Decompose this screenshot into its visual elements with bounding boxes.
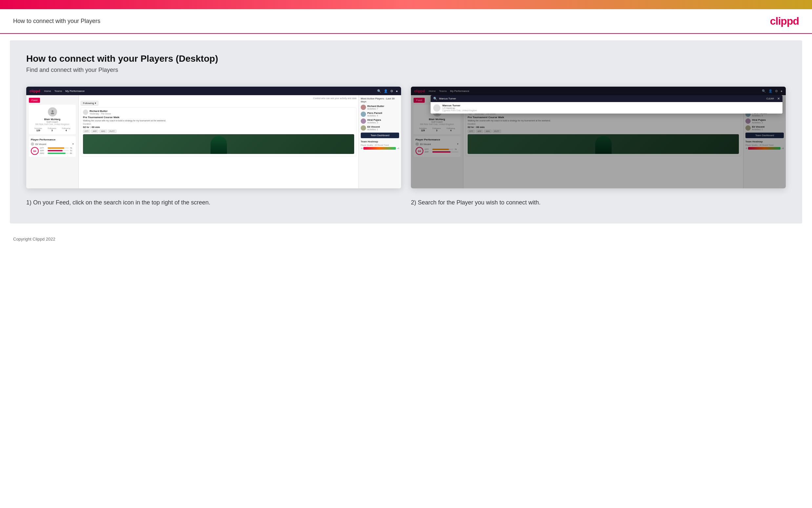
player-item-4: Eli Vincent Activities: 1 <box>361 125 399 131</box>
settings-icon-2[interactable]: ⚙ <box>775 89 778 93</box>
mini-nav-home-1: Home <box>44 90 51 92</box>
avatar-icon-1[interactable]: ● <box>396 89 398 93</box>
mini-right-panel-1: Most Active Players - Last 30 days Richa… <box>359 95 401 188</box>
player-item-2: Piers Parnell Activities: 4 <box>361 112 399 117</box>
mini-activity-card-1: Richard Butler Yesterday - The Grove Pre… <box>81 107 356 156</box>
screenshot-panel-1: clippd Home Teams My Performance 🔍 👤 ⚙ ● <box>26 87 401 210</box>
search-icon-overlay: 🔍 <box>433 97 437 100</box>
top-gradient-bar <box>0 0 812 9</box>
search-result-item-2[interactable]: Marcus Turner 1-5 Handicap Cypress Point… <box>431 102 782 114</box>
mini-main-1: Control who can see your activity and da… <box>79 95 359 188</box>
main-content: How to connect with your Players (Deskto… <box>10 40 802 223</box>
mini-profile-card-1: Blair McHarg Golf Coach Mill Ride Golf C… <box>29 105 76 134</box>
screenshot-frame-2: clippd Home Teams My Performance 🔍 👤 ⚙ ● <box>411 87 786 188</box>
user-icon-2[interactable]: 👤 <box>768 89 772 93</box>
mini-nav-links-1: Home Teams My Performance <box>44 90 85 92</box>
mini-nav-myperformance-2: My Performance <box>450 90 469 92</box>
screenshots-container: clippd Home Teams My Performance 🔍 👤 ⚙ ● <box>26 87 786 210</box>
search-icon-2[interactable]: 🔍 <box>762 89 766 93</box>
search-icon-1[interactable]: 🔍 <box>377 89 381 93</box>
following-selector-1: Following ▾ <box>81 101 356 106</box>
mini-nav-icons-2: 🔍 👤 ⚙ ● <box>762 89 782 93</box>
player-select-avatar-1 <box>31 142 34 146</box>
result-info-2: Marcus Turner 1-5 Handicap Cypress Point… <box>442 104 780 112</box>
activity-avatar-1 <box>83 110 88 115</box>
main-subheading: Find and connect with your Players <box>26 67 786 74</box>
copyright-text: Copyright Clippd 2022 <box>13 237 55 242</box>
settings-icon-1[interactable]: ⚙ <box>390 89 393 93</box>
mini-nav-1: clippd Home Teams My Performance 🔍 👤 ⚙ ● <box>26 87 401 95</box>
step-text-1: 1) On your Feed, click on the search ico… <box>26 195 401 210</box>
mini-sidebar-1: Feed Blair McHarg Golf Coach Mill Ride G… <box>26 95 79 188</box>
control-link-1: Control who can see your activity and da… <box>81 97 356 99</box>
search-overlay-2: 🔍 Marcus Turner CLEAR ✕ Marcus Turner 1-… <box>431 95 782 114</box>
team-dashboard-btn-1[interactable]: Team Dashboard <box>361 133 399 138</box>
search-clear-btn-2[interactable]: CLEAR <box>766 97 774 100</box>
mini-nav-home-2: Home <box>429 90 435 92</box>
svg-point-1 <box>51 113 54 114</box>
svg-point-0 <box>51 110 53 112</box>
mini-quality-row-1: 84 OTT 79 APP <box>31 147 74 155</box>
mini-nav-teams-2: Teams <box>439 90 447 92</box>
mini-profile-stats-1: Activities 129 Followers 3 Following <box>32 127 73 132</box>
main-heading: How to connect with your Players (Deskto… <box>26 53 786 64</box>
mini-avatar-1 <box>48 107 57 117</box>
search-bar-2: 🔍 Marcus Turner CLEAR ✕ <box>431 95 782 102</box>
mini-feed-area-1: Control who can see your activity and da… <box>79 95 359 188</box>
mini-nav-myperformance-1: My Performance <box>65 90 85 92</box>
step-text-2: 2) Search for the Player you wish to con… <box>411 195 786 210</box>
player-item-3: Hiral Pujara Activities: 3 <box>361 119 399 124</box>
mini-select-row-1: Eli Vincent ▾ <box>31 142 74 146</box>
mini-feed-tab-1: Feed <box>29 98 40 103</box>
player-item-1: Richard Butler Activities: 7 <box>361 105 399 110</box>
mini-bars-1: OTT 79 APP 70 <box>40 147 74 155</box>
close-icon-2[interactable]: ✕ <box>777 97 780 100</box>
mini-activity-card-2: Richard Butler Yesterday - The Grove Pre… <box>465 107 741 156</box>
mini-score-1: 84 <box>31 147 39 155</box>
mini-logo-2: clippd <box>414 89 425 93</box>
mini-perf-title-1: Player Performance <box>31 138 74 141</box>
mini-nav-icons-1: 🔍 👤 ⚙ ● <box>377 89 398 93</box>
screenshot-panel-2: clippd Home Teams My Performance 🔍 👤 ⚙ ● <box>411 87 786 210</box>
activity-tags-1: OTT APP ARG PUTT <box>83 130 354 133</box>
logo: clippd <box>770 15 799 27</box>
screenshot-frame-1: clippd Home Teams My Performance 🔍 👤 ⚙ ● <box>26 87 401 188</box>
mini-nav-teams-1: Teams <box>54 90 62 92</box>
mini-logo-1: clippd <box>30 89 40 93</box>
page-title: How to connect with your Players <box>13 18 100 25</box>
mini-profile-name-1: Blair McHarg <box>32 118 73 121</box>
user-icon-1[interactable]: 👤 <box>384 89 388 93</box>
search-input-field-2[interactable]: Marcus Turner <box>439 97 764 100</box>
mini-player-perf-1: Player Performance Eli Vincent ▾ 84 <box>29 136 76 157</box>
mini-feed-tab-2: Feed <box>414 98 425 103</box>
result-avatar-2 <box>433 104 440 112</box>
dropdown-chevron-1: ▾ <box>73 143 74 145</box>
mini-nav-2: clippd Home Teams My Performance 🔍 👤 ⚙ ● <box>411 87 786 95</box>
mini-profile-role-1: Golf Coach <box>32 121 73 123</box>
activity-image-1 <box>83 134 354 154</box>
mini-body-1: Feed Blair McHarg Golf Coach Mill Ride G… <box>26 95 401 188</box>
avatar-icon-2[interactable]: ● <box>780 89 782 93</box>
team-dashboard-btn-2[interactable]: Team Dashboard <box>746 133 784 138</box>
header: How to connect with your Players clippd <box>0 9 812 34</box>
footer: Copyright Clippd 2022 <box>0 230 812 248</box>
mini-app-1: clippd Home Teams My Performance 🔍 👤 ⚙ ● <box>26 87 401 188</box>
mini-player-perf-2: Player Performance Eli Vincent ▾ 84 <box>414 136 461 157</box>
mini-nav-links-2: Home Teams My Performance <box>429 90 469 92</box>
mini-profile-club-1: Mill Ride Golf Club, United Kingdom <box>32 123 73 125</box>
